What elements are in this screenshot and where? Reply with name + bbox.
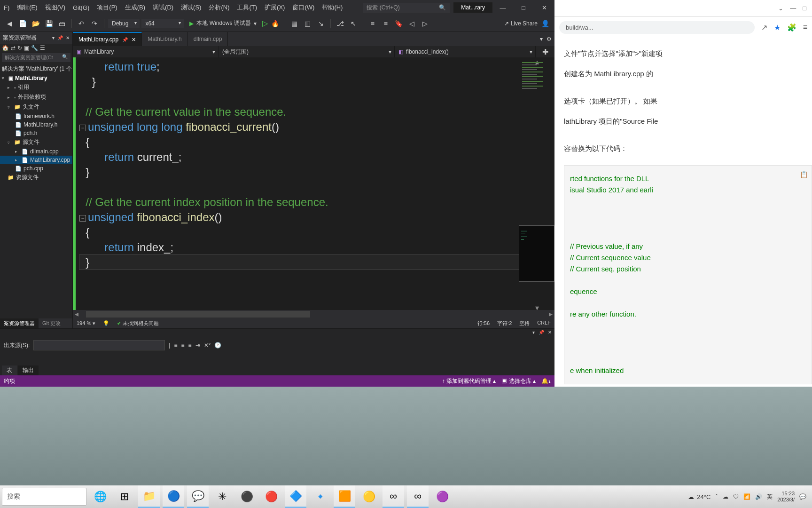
bookmark-star-icon[interactable]: ★ [774,23,781,32]
copilot-icon[interactable]: ✳ [211,485,233,508]
indent-icon[interactable]: ≡ [367,18,378,29]
dropdown-icon[interactable]: ▾ [532,330,535,337]
feedback-icon[interactable]: 👤 [539,18,551,29]
wechat-icon[interactable]: 💬 [187,485,209,508]
tab-mathlibrary-h[interactable]: MathLibrary.h [142,32,187,46]
wifi-icon[interactable]: 📶 [743,493,750,500]
sln-tab[interactable]: 案资源管理器 [0,318,39,328]
menu-search-input[interactable]: 搜索 (Ctrl+Q) 🔍 [363,3,450,13]
notifications-icon[interactable]: 💬 [799,493,806,500]
home-icon[interactable]: 🏠 [2,45,9,51]
project-scope-dropdown[interactable]: ▣MathLibrary [73,46,219,57]
tab-mathlibrary-cpp[interactable]: MathLibrary.cpp 📌 ✕ [73,32,142,46]
function-scope-dropdown[interactable]: ◧fibonacci_index() [395,46,536,57]
close-icon[interactable]: ✕ [66,35,70,40]
gear-icon[interactable]: ⚙ [547,36,552,42]
vscode-icon[interactable]: 🔹 [309,485,331,508]
collapse-icon[interactable]: ▣ [24,45,29,51]
clear-icon[interactable]: ≡ [174,342,177,349]
class-scope-dropdown[interactable]: (全局范围) [219,46,395,57]
reading-list-icon[interactable]: ≡ [803,23,807,32]
notifications-icon[interactable]: 🔔₁ [541,378,551,384]
select-repo-button[interactable]: ▣ 选择仓库 ▴ [501,377,536,385]
layout-icon[interactable]: ▥ [302,18,313,29]
copy-icon[interactable]: 📋 [800,169,808,180]
project-node[interactable]: ▿▣MathLibrary [0,74,72,82]
source-file[interactable]: 📄pch.cpp [0,164,72,173]
line-ending[interactable]: CRLF [537,320,551,327]
news-icon[interactable]: 🌐 [89,485,111,508]
char-indicator[interactable]: 字符:2 [497,320,512,327]
source-control-button[interactable]: ↑ 添加到源代码管理 ▴ [442,377,496,385]
clock-icon[interactable]: 🕐 [214,342,221,349]
sync-icon[interactable]: ⇄ [11,45,16,51]
code-content[interactable]: return true; } // Get the current value … [76,57,519,310]
minimize-icon[interactable]: — [790,5,796,12]
live-share-button[interactable]: Live Share [504,20,538,27]
save-button[interactable]: 💾 [43,18,55,29]
new-item-button[interactable]: 📄 [17,18,28,29]
intellij-icon[interactable]: 🟧 [334,485,355,508]
netease-icon[interactable]: 🔴 [260,485,282,508]
toggle-icon[interactable]: ≡ [181,342,184,349]
properties-icon[interactable]: 🔧 [31,45,38,51]
onedrive-icon[interactable]: ☁ [723,493,728,500]
clock[interactable]: 15:23 2023/3/ [777,491,795,503]
platform-dropdown[interactable]: x64 [141,19,184,28]
step-icon[interactable]: ↘ [315,18,327,29]
minimap[interactable]: ▴ ━━━━━━━━━━━━━ ▾ [519,57,554,310]
menu-git[interactable]: Git(G) [69,4,93,11]
menu-help[interactable]: 帮助(H) [318,3,346,12]
start-without-debug-button[interactable]: ▷ [262,19,268,28]
menu-view[interactable]: 视图(V) [41,3,69,12]
goto-icon[interactable]: ✕° [204,342,211,349]
show-all-icon[interactable]: ☰ [40,45,45,51]
source-file-active[interactable]: ▸📄MathLibrary.cpp [0,156,72,164]
file-explorer-icon[interactable]: 📁 [138,485,160,508]
output-tab[interactable]: 输出 [18,365,39,375]
task-view-icon[interactable]: ⊞ [114,485,135,508]
git-changes-tab[interactable]: Git 更改 [39,318,64,328]
close-icon[interactable]: ✕ [132,37,136,43]
menu-project[interactable]: 项目(P) [93,3,121,12]
save-all-button[interactable]: 🗃 [56,18,68,29]
pin-icon[interactable]: 📌 [57,35,63,40]
maximize-button[interactable]: □ [513,0,534,15]
source-file[interactable]: ▸📄dllmain.cpp [0,147,72,156]
config-dropdown[interactable]: Debug [108,19,140,28]
refresh-icon[interactable]: ↻ [17,45,22,51]
chrome-icon[interactable]: 🔵 [163,485,184,508]
indent-mode[interactable]: 空格 [519,320,530,327]
light-bulb-icon[interactable]: 💡 [103,320,109,326]
code-editor[interactable]: return true; } // Get the current value … [73,57,554,310]
scrollbar-thumb[interactable] [86,311,310,318]
potplayer-icon[interactable]: 🟡 [358,485,380,508]
solution-search-input[interactable]: 解决方案资源管理(Ct [2,53,70,62]
bookmark-icon[interactable]: 🔖 [393,18,405,29]
open-button[interactable]: 📂 [30,18,41,29]
visual-studio-preview-icon[interactable]: ∞ [383,485,404,508]
start-debug-button[interactable]: ▶ 本地 Windows 调试器 ▾ [186,18,260,28]
word-wrap-icon[interactable]: ≡ [188,342,192,349]
tray-chevron-icon[interactable]: ˄ [715,493,718,500]
zoom-level[interactable]: 194 % [77,320,95,326]
comment-icon[interactable]: ⎇ [335,18,346,29]
header-file[interactable]: 📄MathLibrary.h [0,120,72,129]
menu-edit[interactable]: 编辑(E) [13,3,41,12]
share-icon[interactable]: ↗ [761,23,767,32]
references-node[interactable]: ▸▫引用 [0,82,72,92]
taskbar-search-input[interactable]: 搜索 [2,488,86,506]
close-button[interactable]: ✕ [534,0,554,15]
bookmark-prev-icon[interactable]: ◁ [406,18,418,29]
bookmark-next-icon[interactable]: ▷ [420,18,431,29]
app-icon[interactable]: 🟣 [431,485,453,508]
dropdown-icon[interactable]: ▾ [52,35,55,40]
tab-overflow-icon[interactable]: ▾ [540,36,543,42]
tab-dllmain-cpp[interactable]: dllmain.cpp [188,32,228,46]
weather-widget[interactable]: ☁ 24°C [688,493,710,500]
extensions-icon[interactable]: 🧩 [787,23,796,32]
redo-button[interactable]: ↷ [89,18,100,29]
minimap-viewport[interactable]: ━━━━━━━━━━━━━ [519,225,554,282]
ime-indicator[interactable]: 英 [767,493,773,501]
url-field[interactable]: build/wa... [559,21,755,34]
